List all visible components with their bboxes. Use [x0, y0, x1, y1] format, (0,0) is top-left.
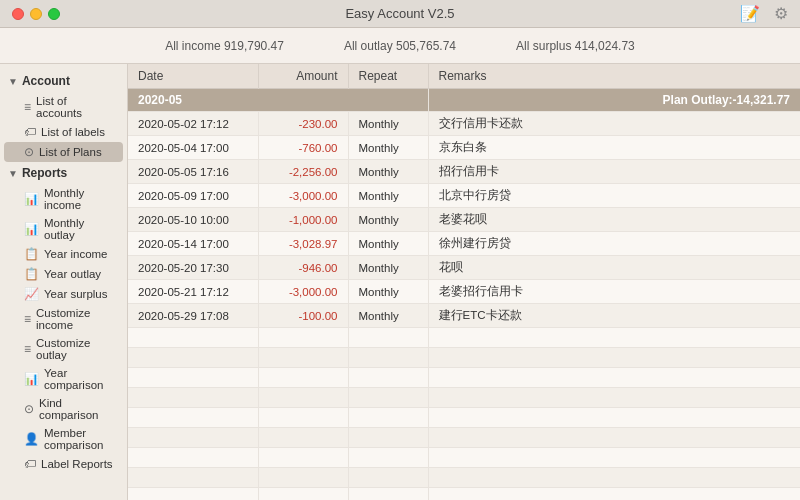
year-surplus-label: Year surplus	[44, 288, 108, 300]
sidebar-item-monthly-outlay[interactable]: 📊Monthly outlay	[4, 214, 123, 244]
monthly-outlay-icon: 📊	[24, 222, 39, 236]
list-accounts-label: List of accounts	[36, 95, 115, 119]
plan-outlay-label: Plan Outlay:-14,321.77	[428, 89, 800, 112]
cell-date: 2020-05-14 17:00	[128, 232, 258, 256]
table-row[interactable]: 2020-05-20 17:30 -946.00 Monthly 花呗	[128, 256, 800, 280]
table-row[interactable]: 2020-05-29 17:08 -100.00 Monthly 建行ETC卡还…	[128, 304, 800, 328]
col-header-repeat: Repeat	[348, 64, 428, 89]
year-income-label: Year income	[44, 248, 108, 260]
table-row[interactable]: 2020-05-21 17:12 -3,000.00 Monthly 老婆招行信…	[128, 280, 800, 304]
maximize-button[interactable]	[48, 8, 60, 20]
cell-repeat: Monthly	[348, 208, 428, 232]
main-layout: ▼ Account ≡List of accounts🏷List of labe…	[0, 64, 800, 500]
arrow-reports-icon: ▼	[8, 168, 18, 179]
col-header-date: Date	[128, 64, 258, 89]
table-empty-row	[128, 408, 800, 428]
cell-repeat: Monthly	[348, 232, 428, 256]
customize-outlay-icon: ≡	[24, 342, 31, 356]
cell-amount: -946.00	[258, 256, 348, 280]
table-empty-row	[128, 348, 800, 368]
monthly-income-label: Monthly income	[44, 187, 115, 211]
cell-remarks: 花呗	[428, 256, 800, 280]
list-labels-icon: 🏷	[24, 125, 36, 139]
cell-date: 2020-05-21 17:12	[128, 280, 258, 304]
kind-comparison-icon: ⊙	[24, 402, 34, 416]
year-surplus-icon: 📈	[24, 287, 39, 301]
sidebar-item-member-comparison[interactable]: 👤Member comparison	[4, 424, 123, 454]
table-row[interactable]: 2020-05-02 17:12 -230.00 Monthly 交行信用卡还款	[128, 112, 800, 136]
sidebar: ▼ Account ≡List of accounts🏷List of labe…	[0, 64, 128, 500]
year-income-icon: 📋	[24, 247, 39, 261]
traffic-lights	[12, 8, 60, 20]
sidebar-item-list-labels[interactable]: 🏷List of labels	[4, 122, 123, 142]
sidebar-item-list-plans[interactable]: ⊙List of Plans	[4, 142, 123, 162]
sidebar-item-year-outlay[interactable]: 📋Year outlay	[4, 264, 123, 284]
sidebar-item-year-income[interactable]: 📋Year income	[4, 244, 123, 264]
table-empty-row	[128, 468, 800, 488]
monthly-outlay-label: Monthly outlay	[44, 217, 115, 241]
cell-date: 2020-05-20 17:30	[128, 256, 258, 280]
member-comparison-label: Member comparison	[44, 427, 115, 451]
list-plans-icon: ⊙	[24, 145, 34, 159]
table-row[interactable]: 2020-05-04 17:00 -760.00 Monthly 京东白条	[128, 136, 800, 160]
cell-remarks: 老婆花呗	[428, 208, 800, 232]
table-empty-row	[128, 428, 800, 448]
sidebar-item-monthly-income[interactable]: 📊Monthly income	[4, 184, 123, 214]
cell-remarks: 北京中行房贷	[428, 184, 800, 208]
customize-outlay-label: Customize outlay	[36, 337, 115, 361]
sidebar-section-account-label: Account	[22, 74, 70, 88]
sidebar-item-year-comparison[interactable]: 📊Year comparison	[4, 364, 123, 394]
sidebar-section-reports-label: Reports	[22, 166, 67, 180]
table-empty-row	[128, 368, 800, 388]
table-row[interactable]: 2020-05-14 17:00 -3,028.97 Monthly 徐州建行房…	[128, 232, 800, 256]
arrow-account-icon: ▼	[8, 76, 18, 87]
year-outlay-icon: 📋	[24, 267, 39, 281]
minimize-button[interactable]	[30, 8, 42, 20]
col-header-amount: Amount	[258, 64, 348, 89]
close-button[interactable]	[12, 8, 24, 20]
cell-amount: -3,000.00	[258, 280, 348, 304]
surplus-stat: All surplus 414,024.73	[516, 39, 635, 53]
list-accounts-icon: ≡	[24, 100, 31, 114]
sidebar-section-reports[interactable]: ▼ Reports	[0, 162, 127, 184]
sidebar-section-account[interactable]: ▼ Account	[0, 70, 127, 92]
cell-remarks: 老婆招行信用卡	[428, 280, 800, 304]
cell-repeat: Monthly	[348, 304, 428, 328]
table-row[interactable]: 2020-05-05 17:16 -2,256.00 Monthly 招行信用卡	[128, 160, 800, 184]
sidebar-item-year-surplus[interactable]: 📈Year surplus	[4, 284, 123, 304]
table-container[interactable]: Date Amount Repeat Remarks 2020-05 Plan …	[128, 64, 800, 500]
monthly-income-icon: 📊	[24, 192, 39, 206]
cell-date: 2020-05-09 17:00	[128, 184, 258, 208]
sidebar-item-customize-outlay[interactable]: ≡Customize outlay	[4, 334, 123, 364]
titlebar-actions: 📝 ⚙	[740, 4, 788, 23]
cell-repeat: Monthly	[348, 112, 428, 136]
cell-date: 2020-05-10 10:00	[128, 208, 258, 232]
table-empty-row	[128, 388, 800, 408]
cell-date: 2020-05-02 17:12	[128, 112, 258, 136]
cell-repeat: Monthly	[348, 136, 428, 160]
label-reports-icon: 🏷	[24, 457, 36, 471]
table-empty-row	[128, 488, 800, 501]
sidebar-item-customize-income[interactable]: ≡Customize income	[4, 304, 123, 334]
cell-repeat: Monthly	[348, 280, 428, 304]
customize-income-icon: ≡	[24, 312, 31, 326]
income-stat: All income 919,790.47	[165, 39, 284, 53]
sidebar-item-list-accounts[interactable]: ≡List of accounts	[4, 92, 123, 122]
cell-amount: -3,000.00	[258, 184, 348, 208]
list-labels-label: List of labels	[41, 126, 105, 138]
settings-icon[interactable]: ⚙	[774, 4, 788, 23]
sidebar-item-label-reports[interactable]: 🏷Label Reports	[4, 454, 123, 474]
cell-repeat: Monthly	[348, 256, 428, 280]
outlay-stat: All outlay 505,765.74	[344, 39, 456, 53]
table-header-row: Date Amount Repeat Remarks	[128, 64, 800, 89]
titlebar: Easy Account V2.5 📝 ⚙	[0, 0, 800, 28]
cell-repeat: Monthly	[348, 160, 428, 184]
table-row[interactable]: 2020-05-10 10:00 -1,000.00 Monthly 老婆花呗	[128, 208, 800, 232]
member-comparison-icon: 👤	[24, 432, 39, 446]
sidebar-item-kind-comparison[interactable]: ⊙Kind comparison	[4, 394, 123, 424]
label-reports-label: Label Reports	[41, 458, 113, 470]
notes-icon[interactable]: 📝	[740, 4, 760, 23]
cell-remarks: 交行信用卡还款	[428, 112, 800, 136]
cell-amount: -1,000.00	[258, 208, 348, 232]
table-row[interactable]: 2020-05-09 17:00 -3,000.00 Monthly 北京中行房…	[128, 184, 800, 208]
